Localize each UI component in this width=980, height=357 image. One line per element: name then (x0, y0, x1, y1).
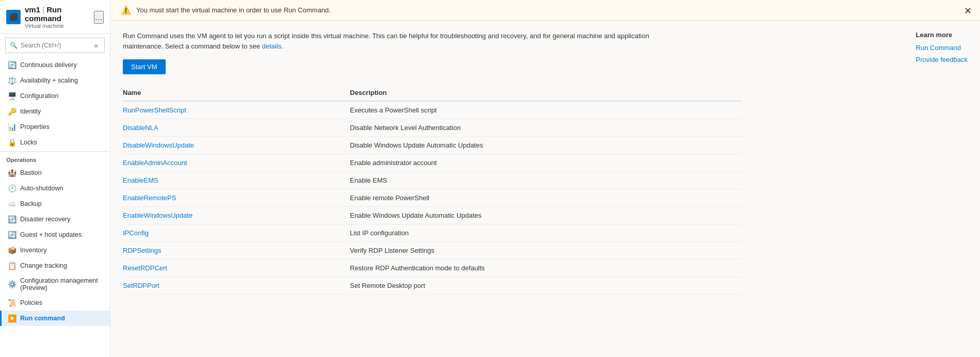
column-header-description: Description (350, 85, 742, 101)
command-name-cell[interactable]: EnableWindowsUpdate (123, 207, 350, 224)
config-management-icon: ⚙️ (8, 280, 16, 288)
command-name-link[interactable]: EnableWindowsUpdate (123, 212, 192, 219)
run-command-icon: ▶️ (8, 314, 16, 322)
command-description-cell: Executes a PowerShell script (350, 101, 742, 119)
close-button[interactable]: ✕ (964, 5, 972, 17)
sidebar-item-disaster-recovery[interactable]: 🔃 Disaster recovery (0, 212, 110, 227)
command-name-cell[interactable]: ResetRDPCert (123, 259, 350, 277)
commands-table: Name Description RunPowerShellScriptExec… (123, 85, 742, 295)
sidebar-item-label: Backup (20, 200, 42, 207)
table-row: DisableWindowsUpdateDisable Windows Upda… (123, 137, 742, 154)
identity-icon: 🔑 (8, 107, 16, 116)
table-row: RDPSettingsVerify RDP Listener Settings (123, 242, 742, 259)
command-description-cell: Enable administrator account (350, 154, 742, 172)
column-header-name: Name (123, 85, 350, 101)
command-name-link[interactable]: RDPSettings (123, 247, 161, 254)
start-vm-button[interactable]: Start VM (123, 59, 166, 74)
sidebar-item-label: Properties (20, 123, 50, 131)
operations-section-label: Operations (0, 151, 110, 165)
sidebar-item-label: Availability + scaling (20, 77, 78, 84)
command-name-link[interactable]: EnableAdminAccount (123, 159, 187, 167)
learn-more-panel: Learn more Run Command Provide feedback (916, 31, 968, 66)
sidebar-item-label: Disaster recovery (20, 216, 70, 223)
warning-icon: ⚠️ (121, 5, 131, 15)
sidebar-item-policies[interactable]: 📜 Policies (0, 295, 110, 311)
warning-text: You must start the virtual machine in or… (136, 6, 331, 14)
details-link[interactable]: details (262, 42, 282, 50)
content-area: Learn more Run Command Provide feedback … (110, 21, 980, 357)
command-name-cell[interactable]: EnableEMS (123, 172, 350, 189)
sidebar-subtitle: Virtual machine (25, 23, 90, 29)
warning-banner: ⚠️ You must start the virtual machine in… (110, 0, 980, 21)
sidebar-item-backup[interactable]: ☁️ Backup (0, 196, 110, 212)
configuration-icon: 🖥️ (8, 92, 16, 100)
sidebar-item-continuous-delivery[interactable]: 🔄 Continuous delivery (0, 57, 110, 73)
table-row: RunPowerShellScriptExecutes a PowerShell… (123, 101, 742, 119)
learn-more-feedback-link[interactable]: Provide feedback (916, 54, 968, 66)
sidebar-item-locks[interactable]: 🔒 Locks (0, 135, 110, 150)
properties-icon: 📊 (8, 123, 16, 131)
sidebar-item-label: Change tracking (20, 262, 67, 269)
sidebar-item-label: Guest + host updates (20, 231, 82, 238)
command-name-cell[interactable]: IPConfig (123, 224, 350, 242)
command-name-link[interactable]: IPConfig (123, 229, 149, 237)
sidebar-item-configuration-management[interactable]: ⚙️ Configuration management (Preview) (0, 273, 110, 295)
auto-shutdown-icon: 🕐 (8, 184, 16, 192)
commands-table-body: RunPowerShellScriptExecutes a PowerShell… (123, 101, 742, 295)
sidebar-item-label: Configuration (20, 92, 58, 100)
sidebar-item-bastion[interactable]: 🏰 Bastion (0, 165, 110, 181)
command-description-cell: Disable Windows Update Automatic Updates (350, 137, 742, 154)
sidebar-item-guest-host-updates[interactable]: 🔄 Guest + host updates (0, 227, 110, 242)
command-description-cell: Enable EMS (350, 172, 742, 189)
sidebar-item-label: Policies (20, 299, 42, 306)
command-description-cell: Disable Network Level Authentication (350, 119, 742, 137)
sidebar-item-identity[interactable]: 🔑 Identity (0, 104, 110, 119)
command-name-link[interactable]: ResetRDPCert (123, 264, 167, 272)
main-content: ✕ ⚠️ You must start the virtual machine … (110, 0, 980, 357)
learn-more-run-command-link[interactable]: Run Command (916, 42, 968, 54)
disaster-recovery-icon: 🔃 (8, 215, 16, 223)
change-tracking-icon: 📋 (8, 262, 16, 270)
sidebar-item-availability-scaling[interactable]: ⚖️ Availability + scaling (0, 73, 110, 88)
command-name-cell[interactable]: RunPowerShellScript (123, 101, 350, 119)
sidebar-item-change-tracking[interactable]: 📋 Change tracking (0, 258, 110, 273)
continuous-delivery-icon: 🔄 (8, 61, 16, 69)
search-box[interactable]: 🔍 « (5, 38, 105, 53)
command-name-link[interactable]: DisableWindowsUpdate (123, 141, 194, 149)
command-name-cell[interactable]: EnableRemotePS (123, 189, 350, 207)
guest-host-updates-icon: 🔄 (8, 231, 16, 239)
sidebar-item-auto-shutdown[interactable]: 🕐 Auto-shutdown (0, 181, 110, 196)
inventory-icon: 📦 (8, 246, 16, 254)
command-name-cell[interactable]: SetRDPPort (123, 277, 350, 295)
sidebar-item-label: Auto-shutdown (20, 185, 63, 192)
sidebar-header: ⬛ vm1 | Run command Virtual machine ... (0, 0, 110, 34)
sidebar-item-configuration[interactable]: 🖥️ Configuration (0, 88, 110, 104)
search-input[interactable] (21, 42, 89, 49)
command-description-cell: Enable remote PowerShell (350, 189, 742, 207)
sidebar-item-properties[interactable]: 📊 Properties (0, 119, 110, 135)
command-name-cell[interactable]: EnableAdminAccount (123, 154, 350, 172)
sidebar-item-label: Configuration management (Preview) (20, 277, 104, 291)
bastion-icon: 🏰 (8, 169, 16, 177)
command-name-cell[interactable]: RDPSettings (123, 242, 350, 259)
sidebar-item-inventory[interactable]: 📦 Inventory (0, 242, 110, 258)
sidebar-item-run-command[interactable]: ▶️ Run command (0, 311, 110, 326)
command-name-cell[interactable]: DisableWindowsUpdate (123, 137, 350, 154)
command-description-cell: Verify RDP Listener Settings (350, 242, 742, 259)
command-name-link[interactable]: DisableNLA (123, 124, 158, 132)
command-name-link[interactable]: SetRDPPort (123, 282, 159, 289)
policies-icon: 📜 (8, 299, 16, 307)
collapse-sidebar-button[interactable]: « (92, 40, 100, 51)
command-name-cell[interactable]: DisableNLA (123, 119, 350, 137)
sidebar-item-label: Run command (20, 315, 65, 322)
command-name-link[interactable]: EnableRemotePS (123, 194, 176, 202)
more-options-button[interactable]: ... (94, 11, 104, 24)
table-row: EnableEMSEnable EMS (123, 172, 742, 189)
table-row: SetRDPPortSet Remote Desktop port (123, 277, 742, 295)
sidebar-item-label: Locks (20, 139, 37, 146)
command-name-link[interactable]: EnableEMS (123, 176, 158, 184)
sidebar-nav: 🔄 Continuous delivery ⚖️ Availability + … (0, 57, 110, 357)
availability-scaling-icon: ⚖️ (8, 76, 16, 85)
command-name-link[interactable]: RunPowerShellScript (123, 106, 186, 114)
sidebar-item-label: Identity (20, 108, 41, 115)
